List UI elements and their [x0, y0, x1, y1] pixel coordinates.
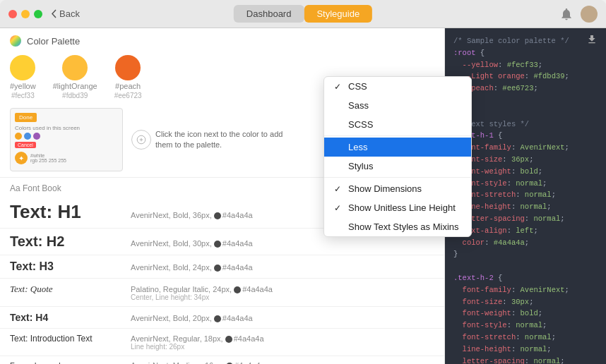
color-palette-icon: [10, 35, 21, 47]
color-name-yellow: #yellow: [10, 82, 36, 90]
dropdown-label-show-unitless: Show Unitless Line Height: [348, 202, 456, 213]
back-button[interactable]: Back: [51, 8, 80, 19]
type-meta-intro: AvenirNext, Regular, 18px, #4a4a4a Line …: [131, 334, 434, 351]
check-stylus: ✓: [334, 162, 344, 171]
type-meta-h2: AvenirNext, Bold, 30px, #4a4a4a: [131, 239, 434, 248]
code-prop-lh-h1: line-height: normal;: [453, 201, 598, 213]
code-prop-ta-h1: text-align: left;: [453, 225, 598, 237]
type-meta-h4: AvenirNext, Bold, 20px, #4a4a4a: [131, 314, 434, 322]
dropdown-label-show-dimensions: Show Dimensions: [348, 183, 422, 194]
preview-description: Click the icon next to the color to add …: [155, 129, 297, 151]
type-meta-legend: AvenirNext, Medium, 16px, #4a4a4a: [131, 361, 434, 364]
code-prop-ls-h1: letter-spacing: normal;: [453, 213, 598, 225]
dropdown-item-scss[interactable]: ✓ SCSS: [324, 115, 471, 134]
color-hex-lightorange: #fdbd39: [62, 92, 88, 99]
back-label: Back: [59, 8, 80, 19]
color-hex-yellow: #fecf33: [11, 92, 35, 99]
code-prop-fstr-h1: font-stretch: normal;: [453, 189, 598, 201]
type-row-quote: Text: Quote Palatino, Regular Italic, 24…: [0, 279, 444, 307]
dropdown-label-scss: SCSS: [348, 119, 373, 130]
dropdown-label-less: Less: [348, 142, 367, 152]
avatar[interactable]: [581, 6, 598, 23]
code-comment-textstyles: /* Text styles */: [453, 119, 598, 131]
titlebar: Back Dashboard Styleguide: [0, 0, 606, 28]
maximize-button[interactable]: [34, 10, 42, 18]
code-comment-palette: /* Sample color palette */: [453, 35, 598, 47]
code-prop-fs-h1: font-size: 36px;: [453, 154, 598, 166]
code-prop-ff-h1: font-family: AvenirNext;: [453, 142, 598, 154]
code-empty-2: [453, 260, 598, 272]
type-name-h3: Text: H3: [10, 260, 119, 273]
code-var-peach: --peach: #ee6723;: [453, 83, 598, 95]
dropdown-item-less[interactable]: Less: [324, 138, 471, 157]
bell-icon[interactable]: [559, 7, 574, 21]
code-empty-1: [453, 107, 598, 119]
color-swatch-yellow[interactable]: [10, 55, 35, 80]
type-name-legend: Form : Legend: [10, 361, 119, 364]
check-css: ✓: [334, 82, 344, 92]
dropdown-label-css: CSS: [348, 81, 367, 92]
close-button[interactable]: [8, 10, 17, 18]
code-prop-fst-h2: font-style: normal;: [453, 320, 598, 332]
tab-dashboard[interactable]: Dashboard: [234, 5, 304, 23]
dropdown-item-stylus[interactable]: ✓ Stylus: [324, 157, 471, 176]
type-name-h1: Text: H1: [10, 201, 119, 223]
minimize-button[interactable]: [21, 10, 30, 18]
color-item-lightorange: #lightOrange #fdbd39: [53, 55, 97, 99]
dropdown-item-sass[interactable]: ✓ Sass: [324, 96, 471, 115]
code-prop-fw-h1: font-weight: bold;: [453, 166, 598, 178]
type-row-intro: Text: Introduction Text AvenirNext, Regu…: [0, 329, 444, 356]
code-prop-fs-h2: font-size: 30px;: [453, 296, 598, 308]
type-name-h2: Text: H2: [10, 233, 119, 250]
titlebar-right: [559, 6, 598, 23]
download-icon[interactable]: [586, 34, 598, 49]
color-name-peach: #peach: [115, 82, 141, 90]
code-prop-lh-h2: line-height: normal;: [453, 344, 598, 356]
code-var-yellow: --yellow: #fecf33;: [453, 59, 598, 71]
dropdown-label-stylus: Stylus: [348, 161, 373, 171]
check-scss: ✓: [334, 120, 344, 130]
type-name-intro: Text: Introduction Text: [10, 334, 119, 344]
type-row-h3: Text: H3 AvenirNext, Bold, 24px, #4a4a4a: [0, 255, 444, 279]
color-swatch-lightorange[interactable]: [62, 55, 88, 80]
dropdown-item-css[interactable]: ✓ CSS: [324, 77, 471, 96]
dropdown-label-show-text-styles: Show Text Styles as Mixins: [348, 222, 459, 232]
code-prop-c-h1: color: #4a4a4a;: [453, 237, 598, 249]
code-prop-fw-h2: font-weight: bold;: [453, 308, 598, 320]
dropdown-label-sass: Sass: [348, 100, 369, 111]
color-item-peach: #peach #ee6723: [114, 55, 142, 99]
add-to-palette-icon[interactable]: [131, 130, 151, 150]
code-prop-fst-h1: font-style: normal;: [453, 178, 598, 190]
dropdown-menu: ✓ CSS ✓ Sass ✓ SCSS Less ✓ Stylus ✓ Show…: [323, 76, 472, 237]
type-name-h4: Text: H4: [10, 312, 119, 323]
code-close-h1: }: [453, 248, 598, 260]
code-selector-h2: .text-h-2 {: [453, 272, 598, 284]
check-show-dimensions: ✓: [334, 184, 344, 194]
code-var-lightorange: --Light orange: #fdbd39;: [453, 71, 598, 83]
color-name-lightorange: #lightOrange: [53, 82, 97, 90]
dropdown-item-show-unitless[interactable]: ✓ Show Unitless Line Height: [324, 198, 471, 217]
type-name-quote: Text: Quote: [10, 284, 119, 295]
type-meta-h3: AvenirNext, Bold, 24px, #4a4a4a: [131, 263, 434, 272]
check-show-unitless: ✓: [334, 203, 344, 213]
color-palette-label: Color Palette: [27, 36, 80, 47]
color-swatch-peach[interactable]: [115, 55, 141, 80]
code-prop-ls-h2: letter-spacing: normal;: [453, 356, 598, 364]
traffic-lights: [8, 10, 42, 18]
tab-styleguide[interactable]: Styleguide: [304, 5, 372, 23]
color-hex-peach: #ee6723: [114, 92, 142, 99]
color-item-yellow: #yellow #fecf33: [10, 55, 36, 99]
preview-card: Done Colors used in this screen Cancel ✦…: [10, 108, 123, 171]
dropdown-item-show-text-styles[interactable]: ✓ Show Text Styles as Mixins: [324, 217, 471, 236]
main-content: Color Palette #yellow #fecf33 #lightOran…: [0, 28, 606, 364]
dropdown-item-show-dimensions[interactable]: ✓ Show Dimensions: [324, 179, 471, 198]
code-root-open: :root {: [453, 47, 598, 59]
type-row-legend: Form : Legend AvenirNext, Medium, 16px, …: [0, 356, 444, 364]
check-sass: ✓: [334, 101, 344, 111]
code-selector-h1: .text-h-1 {: [453, 130, 598, 142]
color-palette-header: Color Palette: [0, 28, 444, 51]
code-root-close: }: [453, 95, 598, 107]
check-show-text-styles: ✓: [334, 222, 344, 232]
font-book-label: Aa Font Book: [10, 183, 61, 193]
type-row-h4: Text: H4 AvenirNext, Bold, 20px, #4a4a4a: [0, 307, 444, 329]
